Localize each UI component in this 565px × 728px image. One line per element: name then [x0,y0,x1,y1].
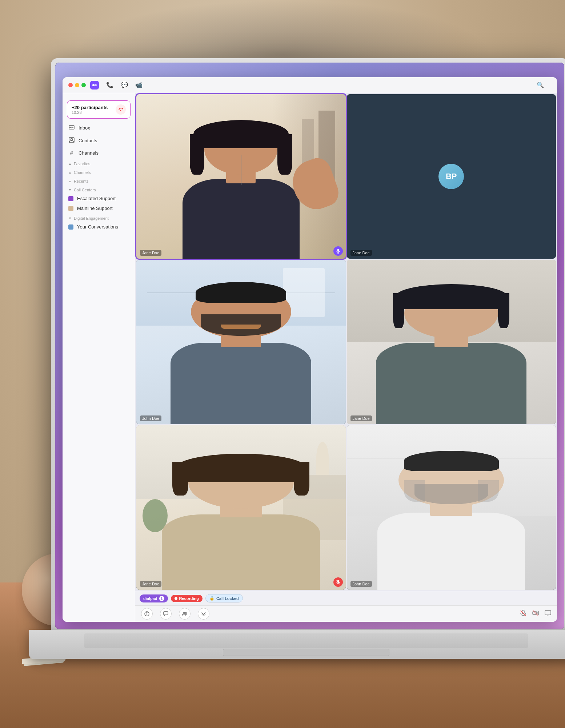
title-bar: 📞 💬 📹 🔍 [63,77,557,93]
svg-rect-6 [337,249,339,252]
traffic-lights [68,83,86,87]
mute-button[interactable] [520,610,526,618]
recents-label: Recents [74,179,88,183]
main-content: +20 participants 10:28 [63,93,557,622]
call-centers-label: Call Centers [74,188,96,192]
video-grid: Jane Doe [135,93,557,591]
digital-engagement-label: Digital Engagement [74,216,109,220]
call-centers-section[interactable]: ▼ Call Centers [63,185,135,194]
video-cell-1[interactable]: Jane Doe [136,94,346,259]
active-call-card[interactable]: +20 participants 10:28 [67,100,131,119]
recording-dot [175,597,177,600]
svg-point-1 [95,84,97,86]
lock-icon: 🔒 [209,596,215,601]
video-off-button[interactable] [532,610,539,618]
search-icon[interactable]: 🔍 [537,81,544,88]
dialpad-badge-label: dialpad [143,596,157,601]
sidebar-item-contacts[interactable]: Contacts [63,134,135,147]
message-icon[interactable]: 💬 [121,81,128,88]
toolbar-right [520,610,551,618]
video-label-3: John Doe [140,415,161,421]
recents-section[interactable]: ▲ Recents [63,176,135,185]
dialpad-badge: dialpad 1 [140,594,168,602]
video-cell-2[interactable]: BP Jane Doe [347,94,556,259]
recents-chevron: ▲ [68,179,72,183]
mainline-support-label: Mainline Support [77,206,113,211]
video-cell-4[interactable]: Jane Doe [347,260,556,424]
your-conversations-dot [68,224,73,230]
digital-engagement-chevron: ▼ [68,216,72,220]
svg-point-5 [71,139,73,140]
video-label-1: Jane Doe [140,250,161,256]
video-label-4: Jane Doe [350,415,372,421]
laptop-shell: 📞 💬 📹 🔍 +20 participants 10:28 [51,58,565,633]
call-duration: 10:28 [72,110,108,115]
svg-point-16 [185,612,187,614]
your-conversations-label: Your Conversations [77,224,118,230]
recording-label: Recording [179,596,199,601]
svg-point-15 [183,612,185,614]
favorites-section[interactable]: ▲ Favorites [63,159,135,167]
contacts-label: Contacts [79,138,97,143]
escalated-support-label: Escalated Support [77,196,116,201]
phone-icon[interactable]: 📞 [106,81,113,88]
inbox-label: Inbox [79,125,90,131]
call-participants: +20 participants [72,105,108,110]
mic-indicator-1 [333,246,343,256]
video-cell-3[interactable]: John Doe [136,260,346,424]
call-card-info: +20 participants 10:28 [72,105,108,115]
contacts-icon [68,137,75,144]
sidebar-item-inbox[interactable]: Inbox [63,122,135,134]
channels-label: Channels [79,150,99,156]
video-icon[interactable]: 📹 [135,81,143,88]
svg-rect-14 [164,612,168,615]
more-button[interactable] [198,608,209,620]
svg-rect-23 [545,610,551,615]
toolbar-left [141,608,209,620]
video-cell-6[interactable]: John Doe [347,425,556,590]
inbox-icon [68,124,75,131]
escalated-support-dot [68,196,73,201]
svg-point-2 [120,110,121,111]
sidebar-item-escalated-support[interactable]: Escalated Support [63,194,135,203]
channels-section[interactable]: ▲ Channels [63,167,135,176]
participants-button[interactable] [179,608,191,620]
app-logo [90,81,99,89]
video-label-2: Jane Doe [350,250,372,256]
screen-share-button[interactable] [545,610,551,618]
video-label-6: John Doe [350,581,372,587]
digital-engagement-section[interactable]: ▼ Digital Engagement [63,213,135,222]
channels-section-label: Channels [74,170,91,175]
call-locked-label: Call Locked [216,596,239,601]
video-label-5: Jane Doe [140,581,161,587]
mainline-support-dot [68,206,73,211]
sidebar-item-your-conversations[interactable]: Your Conversations [63,222,135,232]
chat-button[interactable] [160,608,172,620]
info-button[interactable] [141,608,153,620]
call-end-icon[interactable] [116,104,126,115]
call-centers-chevron: ▼ [68,188,72,192]
video-cell-5[interactable]: Jane Doe [136,425,346,590]
recording-badge: Recording [171,595,203,602]
bottom-toolbar [135,605,557,622]
sidebar-item-mainline-support[interactable]: Mainline Support [63,203,135,213]
favorites-chevron: ▲ [68,162,72,166]
hash-icon: # [68,150,75,156]
mic-indicator-5-muted [333,577,343,587]
minimize-button[interactable] [75,83,79,87]
title-bar-icons: 📞 💬 📹 [106,81,143,88]
status-bar: dialpad 1 Recording 🔒 Call Locked [135,591,557,605]
maximize-button[interactable] [81,83,86,87]
dialpad-badge-count: 1 [159,596,164,601]
sidebar: +20 participants 10:28 [63,93,135,622]
favorites-label: Favorites [74,162,90,166]
avatar-bp: BP [438,164,464,189]
channels-chevron: ▲ [68,171,72,174]
video-panel: Jane Doe [135,93,557,622]
sidebar-item-channels[interactable]: # Channels [63,147,135,159]
svg-line-22 [533,610,538,616]
close-button[interactable] [68,83,73,87]
app-window: 📞 💬 📹 🔍 +20 participants 10:28 [63,77,557,622]
call-locked-badge: 🔒 Call Locked [205,594,243,602]
svg-point-0 [92,84,95,86]
